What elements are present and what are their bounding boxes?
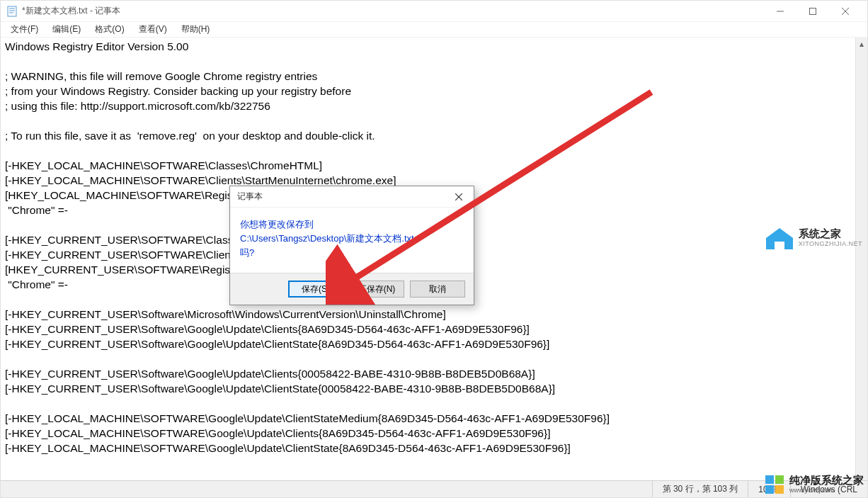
titlebar[interactable]: *新建文本文档.txt - 记事本 xyxy=(1,1,867,22)
svg-rect-0 xyxy=(8,6,16,16)
cancel-button[interactable]: 取消 xyxy=(410,281,465,298)
svg-rect-14 xyxy=(775,239,784,242)
svg-rect-15 xyxy=(765,475,774,484)
dont-save-button[interactable]: 不保存(N) xyxy=(349,281,404,298)
menu-edit[interactable]: 编辑(E) xyxy=(47,22,86,37)
dialog-line2: C:\Users\Tangsz\Desktop\新建文本文档.txt xyxy=(240,232,464,246)
menu-help[interactable]: 帮助(H) xyxy=(176,22,216,37)
menu-view[interactable]: 查看(V) xyxy=(133,22,173,37)
minimize-button[interactable] xyxy=(764,1,796,22)
dialog-message: 你想将更改保存到 C:\Users\Tangsz\Desktop\新建文本文档.… xyxy=(230,208,474,273)
window-title: *新建文本文档.txt - 记事本 xyxy=(22,5,764,17)
dialog-line3: 吗? xyxy=(240,246,464,260)
window-controls xyxy=(764,1,862,22)
svg-rect-17 xyxy=(765,485,774,494)
svg-rect-16 xyxy=(775,475,784,484)
watermark2-title: 纯净版系统之家 xyxy=(789,475,864,485)
svg-rect-5 xyxy=(810,8,816,14)
save-button[interactable]: 保存(S) xyxy=(288,281,343,298)
status-position: 第 30 行，第 103 列 xyxy=(652,481,748,497)
save-dialog: 记事本 你想将更改保存到 C:\Users\Tangsz\Desktop\新建文… xyxy=(229,186,474,305)
menu-file[interactable]: 文件(F) xyxy=(5,22,44,37)
dialog-close-button[interactable] xyxy=(444,187,474,207)
scroll-up-icon[interactable]: ▴ xyxy=(856,38,867,50)
menubar: 文件(F) 编辑(E) 格式(O) 查看(V) 帮助(H) xyxy=(1,22,867,38)
watermark1-sub: XITONGZHIJIA.NET xyxy=(799,239,862,249)
windows-icon xyxy=(765,475,785,495)
watermark-xitongzhijia: 系统之家 XITONGZHIJIA.NET xyxy=(765,227,862,251)
dialog-footer: 保存(S) 不保存(N) 取消 xyxy=(230,273,474,305)
close-button[interactable] xyxy=(829,1,862,22)
watermark-ycwzj: 纯净版系统之家 www.ycwzj.com xyxy=(765,475,864,495)
statusbar: 第 30 行，第 103 列 100% Windows (CRL xyxy=(1,480,867,497)
dialog-line1: 你想将更改保存到 xyxy=(240,217,464,232)
watermark2-sub: www.ycwzj.com xyxy=(789,485,864,495)
vertical-scrollbar[interactable]: ▴ xyxy=(855,38,867,480)
notepad-icon xyxy=(6,6,18,17)
maximize-button[interactable] xyxy=(796,1,829,22)
dialog-titlebar[interactable]: 记事本 xyxy=(230,186,474,208)
svg-rect-18 xyxy=(775,485,784,494)
house-icon xyxy=(765,227,794,251)
menu-format[interactable]: 格式(O) xyxy=(89,22,130,37)
dialog-title: 记事本 xyxy=(237,191,263,203)
watermark1-title: 系统之家 xyxy=(799,229,862,239)
